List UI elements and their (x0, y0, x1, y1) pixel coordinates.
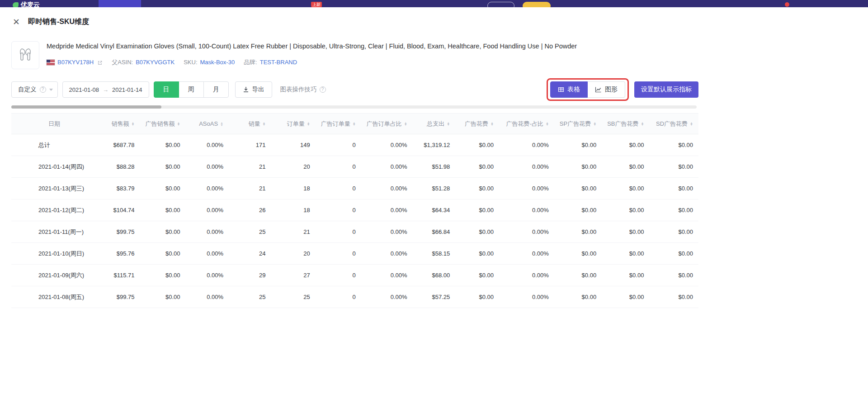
view-chart-button[interactable]: 图形 (588, 81, 625, 98)
column-header[interactable]: SP广告花费▲▼ (554, 114, 602, 134)
external-link-icon[interactable] (97, 59, 103, 66)
asin-link[interactable]: B07KYV178H (57, 59, 94, 66)
table-cell: 0 (316, 243, 361, 265)
scrollbar-thumb[interactable] (11, 105, 161, 109)
table-cell: 0.00% (499, 134, 554, 156)
arrow-right-icon: → (103, 86, 108, 93)
horizontal-scrollbar[interactable] (11, 105, 697, 109)
table-cell: $0.00 (602, 178, 649, 199)
table-cell: $0.00 (140, 286, 186, 308)
table-cell: 0.00% (499, 178, 554, 199)
table-cell: 26 (229, 199, 271, 221)
topbar-active-tab[interactable] (99, 0, 141, 7)
column-header[interactable]: SB广告花费▲▼ (602, 114, 649, 134)
date-end: 2021-01-14 (112, 86, 142, 93)
sort-icon[interactable]: ▲▼ (546, 122, 549, 126)
chevron-down-icon (49, 89, 53, 91)
parent-asin-link[interactable]: B07KYVGGTK (136, 59, 175, 66)
table-cell: $0.00 (455, 134, 499, 156)
table-cell: $64.34 (413, 199, 456, 221)
table-cell: $51.28 (413, 178, 456, 199)
brand-value[interactable]: TEST-BRAND (260, 59, 297, 66)
column-header[interactable]: 广告订单占比▲▼ (361, 114, 413, 134)
granularity-week-button[interactable]: 周 (179, 81, 204, 98)
product-info: Medpride Medical Vinyl Examination Glove… (47, 41, 577, 69)
toolbar: 自定义 ? 2021-01-08 → 2021-01-14 日 周 月 导出 图… (11, 81, 698, 98)
granularity-month-button[interactable]: 月 (203, 81, 229, 98)
table-cell: $104.74 (97, 199, 140, 221)
sku-value[interactable]: Mask-Box-30 (200, 59, 235, 66)
table-cell: 2021-01-12(周二) (11, 199, 97, 221)
table-cell: $0.00 (554, 221, 602, 243)
table-cell: $66.84 (413, 221, 456, 243)
sort-icon[interactable]: ▲▼ (491, 122, 494, 126)
table-cell: 2021-01-14(周四) (11, 156, 97, 178)
table-row: 2021-01-14(周四)$88.28$0.000.00%212000.00%… (11, 156, 698, 178)
table-cell: $0.00 (140, 156, 186, 178)
chart-tips-label: 图表操作技巧 (280, 85, 317, 94)
date-range-picker[interactable]: 2021-01-08 → 2021-01-14 (62, 81, 149, 98)
table-cell: 0.00% (499, 221, 554, 243)
date-preset-value: 自定义 (18, 85, 37, 94)
sku-sales-modal: ✕ 即时销售-SKU维度 Medpride Medical Vinyl Exam… (0, 7, 868, 308)
sort-icon[interactable]: ▲▼ (220, 122, 223, 126)
table-cell: $115.71 (97, 265, 140, 286)
table-cell: 0.00% (185, 265, 229, 286)
table-cell: 0.00% (185, 156, 229, 178)
sort-icon[interactable]: ▲▼ (447, 122, 450, 126)
column-header[interactable]: 广告花费-占比▲▼ (499, 114, 554, 134)
sort-icon[interactable]: ▲▼ (404, 122, 407, 126)
modal-title: 即时销售-SKU维度 (28, 17, 89, 27)
chart-tips[interactable]: 图表操作技巧 ? (280, 85, 326, 94)
column-header[interactable]: 销量▲▼ (229, 114, 271, 134)
table-cell: $0.00 (602, 199, 649, 221)
column-header[interactable]: 广告花费▲▼ (455, 114, 499, 134)
table-cell: 25 (229, 221, 271, 243)
table-body: 总计$687.78$0.000.00%17114900.00%$1,319.12… (11, 134, 698, 308)
table-icon (558, 86, 564, 93)
table-cell: 21 (271, 221, 315, 243)
column-header[interactable]: 广告销售额▲▼ (140, 114, 186, 134)
view-table-button[interactable]: 表格 (550, 81, 588, 98)
table-cell: $95.76 (97, 243, 140, 265)
sort-icon[interactable]: ▲▼ (177, 122, 180, 126)
sort-icon[interactable]: ▲▼ (132, 122, 135, 126)
column-header[interactable]: ASoAS▲▼ (185, 114, 229, 134)
download-icon (243, 86, 249, 93)
column-header: 日期 (11, 114, 97, 134)
column-header[interactable]: 销售额▲▼ (97, 114, 140, 134)
table-cell: $1,319.12 (413, 134, 456, 156)
column-header[interactable]: 总支出▲▼ (413, 114, 456, 134)
column-header[interactable]: 广告订单量▲▼ (316, 114, 361, 134)
close-icon[interactable]: ✕ (13, 18, 20, 26)
table-cell: $99.75 (97, 221, 140, 243)
table-cell: $0.00 (455, 156, 499, 178)
table-cell: $0.00 (455, 199, 499, 221)
column-header[interactable]: 订单量▲▼ (271, 114, 315, 134)
app-logo[interactable]: 优麦云 (13, 1, 40, 7)
topbar-outline-button[interactable] (487, 2, 514, 7)
column-header[interactable]: SD广告花费▲▼ (649, 114, 698, 134)
table-cell: 0.00% (185, 286, 229, 308)
sort-icon[interactable]: ▲▼ (263, 122, 266, 126)
table-cell: $687.78 (97, 134, 140, 156)
table-cell: 2021-01-09(周六) (11, 265, 97, 286)
table-cell: 0.00% (499, 199, 554, 221)
table-cell: 0.00% (361, 243, 413, 265)
sort-icon[interactable]: ▲▼ (353, 122, 356, 126)
granularity-day-button[interactable]: 日 (154, 81, 179, 98)
export-button[interactable]: 导出 (235, 81, 272, 98)
table-cell: 149 (271, 134, 315, 156)
sort-icon[interactable]: ▲▼ (307, 122, 310, 126)
date-preset-dropdown[interactable]: 自定义 ? (11, 81, 58, 98)
default-metrics-settings-button[interactable]: 设置默认展示指标 (634, 81, 698, 98)
view-chart-label: 图形 (605, 85, 618, 94)
sort-icon[interactable]: ▲▼ (690, 122, 693, 126)
sort-icon[interactable]: ▲▼ (641, 122, 644, 126)
red-highlight-annotation: 表格 图形 (547, 78, 629, 101)
sort-icon[interactable]: ▲▼ (593, 122, 596, 126)
table-cell: 20 (271, 243, 315, 265)
topbar-upgrade-button[interactable] (523, 2, 551, 7)
date-start: 2021-01-08 (69, 86, 99, 93)
table-cell: 0 (316, 286, 361, 308)
